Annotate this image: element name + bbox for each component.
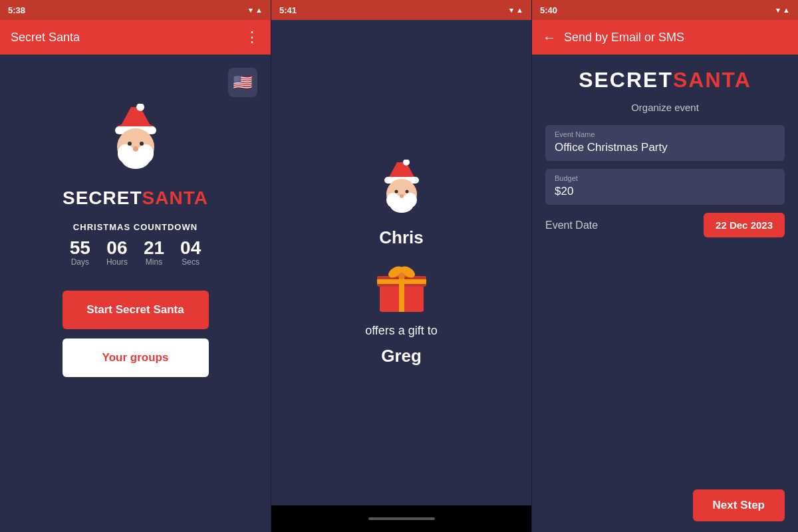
countdown-secs: 04 Secs	[180, 239, 201, 267]
mins-label: Mins	[144, 257, 164, 267]
svg-point-11	[126, 150, 136, 154]
status-icons-3: ▾ ▲	[776, 6, 790, 15]
event-name-field[interactable]: Event Name	[545, 125, 785, 161]
logo-large: SECRETSANTA	[545, 68, 785, 92]
organize-label: Organize event	[545, 102, 785, 113]
app-bar-1: Secret Santa ⋮	[0, 20, 271, 55]
svg-point-21	[394, 190, 398, 193]
santa-face-large	[99, 104, 172, 177]
signal-icon-2: ▲	[516, 6, 523, 14]
logo-santa-1: SANTA	[142, 188, 208, 208]
status-bar-3: 5:40 ▾ ▲	[532, 0, 798, 20]
svg-marker-1	[119, 107, 152, 129]
home-indicator	[368, 517, 435, 520]
back-arrow-icon[interactable]: ←	[543, 30, 556, 45]
secs-label: Secs	[180, 257, 201, 267]
person-name: Chris	[379, 227, 423, 248]
status-bar-1: 5:38 ▾ ▲	[0, 0, 271, 20]
panel-1: 5:38 ▾ ▲ Secret Santa ⋮ 🇺🇸	[0, 0, 271, 532]
days-label: Days	[70, 257, 90, 267]
your-groups-button[interactable]: Your groups	[63, 338, 209, 377]
recipient-name: Greg	[381, 346, 422, 366]
app-title-3: Send by Email or SMS	[564, 31, 787, 45]
event-date-label: Event Date	[545, 219, 598, 231]
svg-rect-29	[377, 279, 426, 284]
svg-point-32	[398, 273, 405, 279]
countdown-hours: 06 Hours	[106, 239, 128, 267]
app-title-1: Secret Santa	[11, 31, 245, 45]
gift-box-icon	[372, 256, 432, 316]
wifi-icon: ▾	[249, 6, 253, 15]
hours-value: 06	[106, 239, 128, 257]
status-time-3: 5:40	[540, 5, 557, 15]
svg-point-12	[136, 150, 145, 154]
countdown-section: CHRISTMAS COUNTDOWN 55 Days 06 Hours 21 …	[70, 222, 201, 271]
panel-2: 5:41 ▾ ▲ Chris	[271, 0, 532, 532]
secs-value: 04	[180, 239, 201, 257]
svg-point-22	[405, 190, 408, 193]
panel-3: 5:40 ▾ ▲ ← Send by Email or SMS SECRETSA…	[532, 0, 798, 532]
status-icons-1: ▾ ▲	[249, 6, 263, 15]
hours-label: Hours	[106, 257, 128, 267]
wifi-icon-3: ▾	[776, 6, 780, 15]
start-secret-santa-button[interactable]: Start Secret Santa	[63, 291, 209, 329]
status-bar-2: 5:41 ▾ ▲	[271, 0, 531, 20]
event-date-button[interactable]: 22 Dec 2023	[704, 213, 785, 237]
logo-1: SECRETSANTA	[63, 188, 208, 209]
panel-3-content: SECRETSANTA Organize event Event Name Bu…	[532, 55, 798, 489]
status-time-1: 5:38	[8, 5, 25, 15]
svg-point-23	[400, 194, 404, 198]
budget-label: Budget	[555, 174, 775, 182]
panel-2-bottom	[271, 505, 531, 532]
panel-2-content: Chris offers a gift to Greg	[271, 20, 531, 505]
menu-dots-icon[interactable]: ⋮	[245, 29, 260, 46]
flag-button[interactable]: 🇺🇸	[228, 68, 257, 97]
countdown-mins: 21 Mins	[144, 239, 164, 267]
svg-point-9	[140, 142, 144, 146]
countdown-days: 55 Days	[70, 239, 90, 267]
santa-face-small	[372, 160, 432, 219]
logo-large-secret: SECRET	[579, 68, 673, 92]
flag-icon: 🇺🇸	[233, 73, 253, 92]
budget-field[interactable]: Budget	[545, 169, 785, 205]
next-step-button[interactable]: Next Step	[693, 489, 785, 521]
svg-point-25	[402, 197, 410, 200]
panel-3-bottom: Next Step	[532, 489, 798, 532]
status-icons-2: ▾ ▲	[509, 6, 523, 15]
event-name-label: Event Name	[555, 130, 775, 138]
event-name-input[interactable]	[555, 141, 775, 154]
svg-point-24	[394, 197, 402, 200]
logo-secret-1: SECRET	[63, 188, 142, 208]
offers-text: offers a gift to	[365, 324, 438, 338]
mins-value: 21	[144, 239, 164, 257]
app-bar-3: ← Send by Email or SMS	[532, 20, 798, 55]
event-date-row: Event Date 22 Dec 2023	[545, 213, 785, 237]
status-time-2: 5:41	[279, 5, 297, 15]
panel-1-content: 🇺🇸	[0, 55, 271, 532]
svg-point-8	[128, 142, 132, 146]
signal-icon: ▲	[255, 6, 263, 14]
days-value: 55	[70, 239, 90, 257]
countdown-title: CHRISTMAS COUNTDOWN	[70, 222, 201, 232]
wifi-icon-2: ▾	[509, 6, 513, 15]
budget-input[interactable]	[555, 185, 775, 198]
logo-large-santa: SANTA	[673, 68, 751, 92]
signal-icon-3: ▲	[783, 6, 790, 14]
countdown-numbers: 55 Days 06 Hours 21 Mins 04 Secs	[70, 239, 201, 267]
